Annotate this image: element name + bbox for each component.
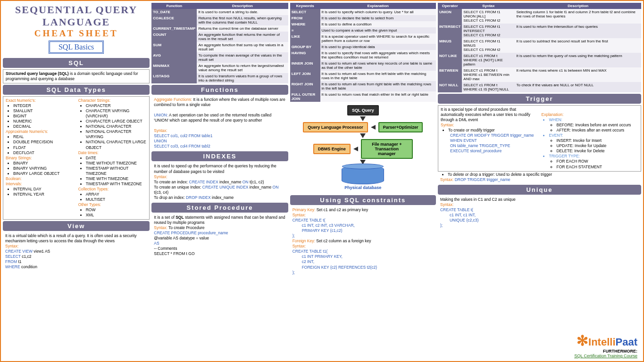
- sp-header: Stored Procedure: [151, 203, 288, 213]
- list-binary: BINARYBINARY VARYINGBINARY LARGE OBJECT: [6, 161, 75, 176]
- list-item: NATIONAL CHARACTER: [86, 124, 147, 129]
- union-text: A set operation can be used on the retur…: [154, 113, 271, 123]
- list-char: CHARACTERCHARACTER VARYING (VARCHAR)CHAR…: [78, 103, 147, 150]
- flow-diagram: SQL Query Query Language Processor Parse…: [290, 103, 436, 194]
- sp-body: It is a set of SQL statements with assig…: [151, 214, 288, 257]
- list-item: AFTER: Invokes after an event occurs: [556, 128, 638, 133]
- datatypes-body: Exact Numeric's: INTEGERSMALLINTBIGINTNU…: [3, 96, 150, 220]
- constraints-body: Primary Key: Set c1 and c2 as primary ke…: [290, 206, 436, 276]
- list-item: CHARACTER: [86, 103, 147, 108]
- th-function: Function: [151, 3, 197, 9]
- list-item: REAL: [13, 134, 75, 140]
- date-label: Date times:: [78, 150, 147, 156]
- flow-parser: Parser+Optimizer: [378, 122, 423, 132]
- list-item: DATE: [86, 156, 147, 161]
- list-item: XML: [86, 213, 147, 218]
- th-keywords: Keywords: [290, 3, 320, 9]
- list-item: BINARY VARYING: [13, 166, 75, 171]
- list-item: UPDATE: Invoke for Update: [556, 143, 638, 148]
- indexes-desc: It is used to speed up the performance o…: [154, 164, 285, 174]
- flow-dbms: DBMS Engine: [313, 144, 351, 154]
- list-item: BEFORE: Invokes before an event occurs: [556, 123, 638, 128]
- list-coll: ARRAYMULTISET: [78, 192, 147, 202]
- title-line1: SEQUENTIAL QUERY: [3, 4, 150, 16]
- list-item: FLOAT: [13, 145, 75, 150]
- list-item: BIGINT: [13, 114, 75, 119]
- badge-sql-basics: SQL Basics: [49, 41, 104, 54]
- union-label: UNION:: [154, 113, 168, 117]
- func-syntax-label: Syntax:: [154, 128, 285, 133]
- list-item: BINARY LARGE OBJECT: [13, 171, 75, 176]
- functions-table: FunctionDescription TO_DATEIt is used to…: [151, 3, 288, 83]
- datatypes-header: SQL Data Types: [3, 85, 150, 95]
- list-item: NATIONAL CHARACTER VARYING: [86, 129, 147, 140]
- view-syntax-label: Syntax:: [5, 244, 147, 249]
- indexes-syntax-label: Syntax:: [154, 174, 285, 180]
- intervals-label: Intervals:: [6, 181, 75, 187]
- th-operator: Operator: [438, 3, 462, 9]
- list-item: FOR EACH ROW: [556, 159, 638, 164]
- list-item: INTERVAL DAY: [13, 187, 75, 192]
- unique-header: Unique: [438, 185, 641, 195]
- logo-area: ✻IntelliPaat FURTHERMORE: SQL Certificat…: [574, 332, 637, 358]
- title-block: SEQUENTIAL QUERY LANGUAGE CHEAT SHEET SQ…: [3, 3, 150, 57]
- approx-label: Approximate Numeric's:: [6, 129, 75, 134]
- list-item: BINARY: [13, 161, 75, 166]
- list-exact: INTEGERSMALLINTBIGINTNUMERICDECIMAL: [6, 103, 75, 129]
- binary-label: Binary Strings:: [6, 156, 75, 161]
- list-item: SMALLINT: [13, 108, 75, 114]
- furthermore-label: FURTHERMORE:: [574, 349, 637, 354]
- list-other: ROWXML: [78, 207, 147, 218]
- keywords-table: KeywordsExplanation SELECTIt is used to …: [290, 3, 436, 102]
- coll-label: Collection Types:: [78, 187, 147, 192]
- indexes-header: INDEXES: [151, 151, 288, 161]
- indexes-body: It is used to speed up the performance o…: [151, 163, 288, 201]
- th-description: Description: [197, 3, 288, 9]
- constraints-header: Using SQL constraints: [290, 195, 436, 205]
- trigger-delete: To delete or drop a trigger: Used to del…: [438, 171, 641, 183]
- list-item: CHARACTER LARGE OBJECT: [86, 119, 147, 124]
- list-item: TIME WITH TIMEZONE: [86, 176, 147, 181]
- th-syntax: Syntax: [462, 3, 515, 9]
- intellipaat-logo: ✻IntelliPaat: [574, 332, 637, 349]
- sql-header: SQL: [3, 58, 150, 68]
- list-item: DECFLOAT: [13, 150, 75, 156]
- list-item: TIMESTAMP WITH TIMEZONE: [86, 181, 147, 187]
- list-item: ROW: [86, 207, 147, 213]
- training-link[interactable]: SQL Certification Training Course: [574, 354, 637, 358]
- functions-header: Functions: [151, 85, 288, 95]
- flow-qlp: Query Language Processor: [303, 122, 368, 132]
- list-intervals: INTERVAL DAYINTERVAL YEAR: [6, 187, 75, 197]
- th-explanation: Explanation: [320, 3, 436, 9]
- title-line2: LANGUAGE: [3, 16, 150, 28]
- flow-fm: File manager + Transaction manager: [361, 139, 413, 159]
- th-desc: Description: [515, 3, 641, 9]
- boolean-label: Boolean:: [6, 176, 75, 181]
- list-item: DELETE: Invoke for Delete: [556, 148, 638, 154]
- flow-db-label: Physical database: [290, 185, 436, 190]
- list-item: MULTISET: [86, 197, 147, 202]
- view-header: View: [3, 221, 150, 231]
- list-item: TIME WITHOUT TIMEZONE: [86, 161, 147, 166]
- list-date: DATETIME WITHOUT TIMEZONETIMESTAMP WITHO…: [78, 156, 147, 187]
- list-item: CHARACTER VARYING (VARCHAR): [86, 108, 147, 119]
- unique-body: Making the values in C1 and C2 as unique…: [438, 196, 641, 229]
- list-item: INTERVAL YEAR: [13, 192, 75, 197]
- list-item: NUMERIC: [13, 119, 75, 124]
- list-item: NATIONAL CHARACTER LARGE OBJECT: [86, 140, 147, 150]
- trigger-body: It is a special type of stored procedure…: [438, 105, 641, 172]
- list-approx: REALDOUBLE PRECISIONFLOATDECFLOAT: [6, 134, 75, 155]
- sql-body: Structured query language (SQL) Structur…: [3, 69, 150, 83]
- list-item: ARRAY: [86, 192, 147, 197]
- title-line3: CHEAT SHEET: [3, 28, 150, 39]
- view-desc: It is a virtual table which is a result …: [5, 233, 147, 244]
- trigger-header: Trigger: [438, 94, 641, 104]
- list-item: DOUBLE PRECISION: [13, 140, 75, 145]
- view-body: It is a virtual table which is a result …: [3, 232, 150, 271]
- functions-body: Aggregate Functions: It is a function wh…: [151, 96, 288, 150]
- list-item: INSERT: Invoke for Insert: [556, 138, 638, 143]
- list-item: FOR EACH STATEMENT: [556, 165, 638, 170]
- operators-table: OperatorSyntaxDescription UNIONSELECT C1…: [438, 3, 641, 92]
- char-label: Character Strings:: [78, 98, 147, 103]
- agg-label: Aggregate Functions:: [154, 97, 192, 102]
